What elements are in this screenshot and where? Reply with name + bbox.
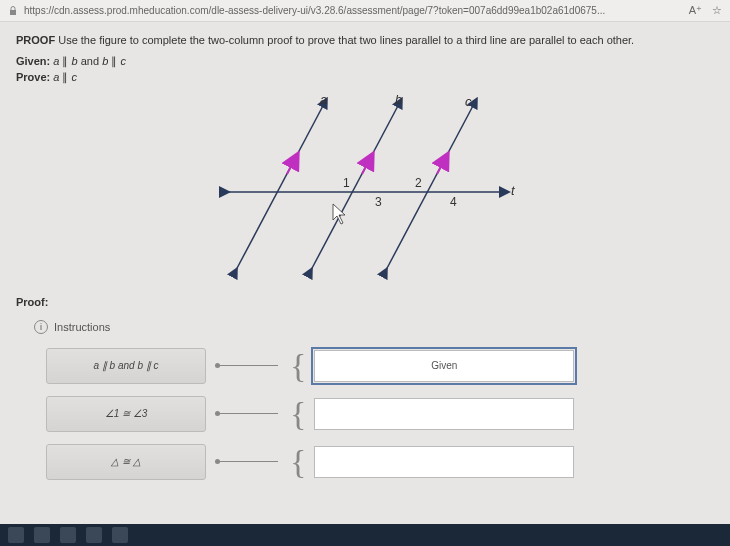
proof-text: Use the figure to complete the two-colum… (55, 34, 634, 46)
taskbar (0, 524, 730, 546)
svg-line-1 (235, 102, 325, 272)
page-content: PROOF Use the figure to complete the two… (0, 22, 730, 490)
brace-icon: { (290, 448, 306, 475)
proof-heading: PROOF Use the figure to complete the two… (16, 32, 714, 49)
taskbar-item[interactable] (112, 527, 128, 543)
svg-text:a: a (320, 92, 327, 107)
proof-row: a ∥ b and b ∥ c { Given (46, 348, 714, 384)
svg-text:3: 3 (375, 195, 382, 209)
svg-line-2 (310, 102, 400, 272)
prove-label: Prove: (16, 71, 53, 83)
svg-line-3 (385, 102, 475, 272)
connector-line (218, 461, 278, 462)
connector-line (218, 365, 278, 366)
svg-text:2: 2 (415, 176, 422, 190)
proof-rows: a ∥ b and b ∥ c { Given ∠1 ≅ ∠3 { △ ≅ △ … (16, 348, 714, 480)
taskbar-item[interactable] (34, 527, 50, 543)
taskbar-item[interactable] (8, 527, 24, 543)
read-aloud-icon[interactable]: A⁺ (689, 4, 702, 17)
svg-line-4 (287, 159, 295, 174)
svg-rect-0 (10, 10, 16, 15)
prove-line: Prove: a ∥ c (16, 69, 714, 86)
reason-box[interactable] (314, 398, 574, 430)
svg-text:c: c (465, 94, 472, 109)
address-bar: https://cdn.assess.prod.mheducation.com/… (0, 0, 730, 22)
taskbar-item[interactable] (86, 527, 102, 543)
reason-box[interactable]: Given (314, 350, 574, 382)
instructions-row[interactable]: i Instructions (34, 320, 714, 334)
given-line: Given: a ∥ b and b ∥ c (16, 53, 714, 70)
svg-text:4: 4 (450, 195, 457, 209)
figure-container: a b c t 1 2 3 4 (16, 92, 714, 282)
connector-line (218, 413, 278, 414)
proof-label: PROOF (16, 34, 55, 46)
statement-box[interactable]: △ ≅ △ (46, 444, 206, 480)
proof-section-label: Proof: (16, 296, 714, 308)
info-icon: i (34, 320, 48, 334)
svg-text:b: b (395, 92, 402, 107)
svg-text:1: 1 (343, 176, 350, 190)
reason-box[interactable] (314, 446, 574, 478)
favorite-icon[interactable]: ☆ (712, 4, 722, 17)
svg-line-5 (362, 159, 370, 174)
proof-row: △ ≅ △ { (46, 444, 714, 480)
brace-icon: { (290, 352, 306, 379)
svg-text:t: t (511, 183, 516, 198)
given-label: Given: (16, 55, 53, 67)
taskbar-item[interactable] (60, 527, 76, 543)
instructions-label: Instructions (54, 321, 110, 333)
geometry-figure: a b c t 1 2 3 4 (195, 92, 535, 282)
statement-box[interactable]: ∠1 ≅ ∠3 (46, 396, 206, 432)
lock-icon (8, 6, 18, 16)
svg-line-6 (437, 159, 445, 174)
brace-icon: { (290, 400, 306, 427)
statement-box[interactable]: a ∥ b and b ∥ c (46, 348, 206, 384)
proof-row: ∠1 ≅ ∠3 { (46, 396, 714, 432)
page-url: https://cdn.assess.prod.mheducation.com/… (24, 5, 679, 16)
